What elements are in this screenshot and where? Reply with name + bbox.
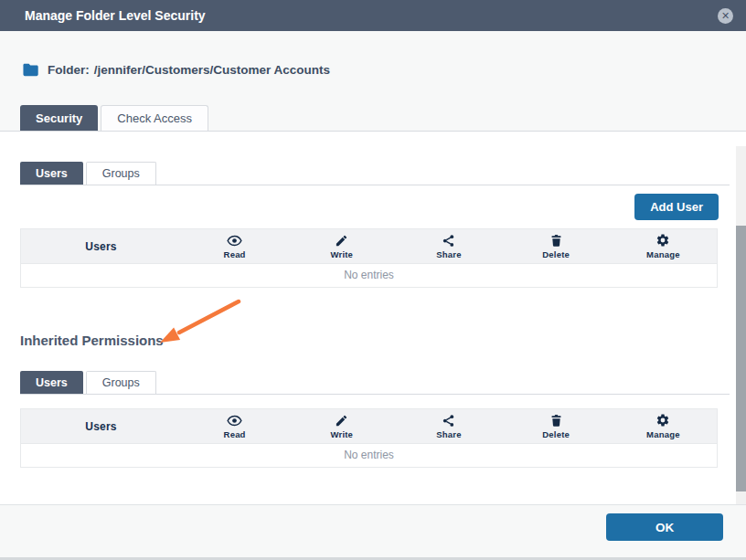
manage-folder-security-dialog: Manage Folder Level Security ✕ Folder: /… <box>0 0 746 560</box>
inherited-table-header: Users Read Write <box>20 408 718 444</box>
column-write: Write <box>288 229 395 263</box>
folder-path-row: Folder: /jennifer/Customers/Customer Acc… <box>22 62 330 78</box>
folder-path: /jennifer/Customers/Customer Accounts <box>94 63 330 77</box>
column-write: Write <box>288 409 395 443</box>
ok-button[interactable]: OK <box>606 513 723 541</box>
inherited-subtab-bar: Users Groups <box>20 371 730 395</box>
trash-icon <box>549 234 563 248</box>
dialog-title: Manage Folder Level Security <box>25 8 206 23</box>
gear-icon <box>655 233 670 248</box>
inherited-permissions-heading: Inherited Permissions <box>20 333 746 348</box>
main-tab-bar: Security Check Access <box>20 105 208 131</box>
folder-label: Folder: <box>48 63 90 77</box>
column-delete: Delete <box>503 409 610 443</box>
column-manage: Manage <box>610 409 717 443</box>
inherited-tab-users[interactable]: Users <box>20 371 83 394</box>
permissions-table: Users Read Write <box>20 228 718 288</box>
column-delete: Delete <box>503 229 610 263</box>
dialog-upper-section: Folder: /jennifer/Customers/Customer Acc… <box>0 31 746 132</box>
permissions-table-header: Users Read Write <box>20 228 718 264</box>
pencil-icon <box>335 414 348 428</box>
gear-icon <box>655 413 670 428</box>
add-user-row: Add User <box>0 194 719 219</box>
column-read: Read <box>181 229 288 263</box>
scrollbar-thumb[interactable] <box>736 226 746 491</box>
dialog-body: Users Groups Add User Users Read <box>0 132 746 504</box>
column-share: Share <box>395 229 502 263</box>
dialog-footer: OK <box>0 504 746 557</box>
folder-icon <box>22 62 39 78</box>
column-users: Users <box>21 229 181 263</box>
inherited-tab-groups[interactable]: Groups <box>86 371 156 394</box>
permissions-tab-groups[interactable]: Groups <box>86 162 156 185</box>
inherited-table: Users Read Write <box>20 408 718 468</box>
dialog-header: Manage Folder Level Security ✕ <box>0 0 746 31</box>
column-read: Read <box>181 409 288 443</box>
empty-row: No entries <box>20 444 718 468</box>
eye-icon <box>227 234 242 248</box>
column-share: Share <box>395 409 502 443</box>
tab-check-access[interactable]: Check Access <box>101 105 208 131</box>
pencil-icon <box>335 234 348 248</box>
permissions-tab-users[interactable]: Users <box>20 162 83 185</box>
share-icon <box>442 234 455 248</box>
tab-security[interactable]: Security <box>20 105 98 131</box>
trash-icon <box>549 414 563 428</box>
share-icon <box>442 414 455 428</box>
eye-icon <box>227 414 242 428</box>
empty-row: No entries <box>20 264 718 288</box>
close-icon[interactable]: ✕ <box>718 8 733 24</box>
add-user-button[interactable]: Add User <box>634 194 719 220</box>
permissions-subtab-bar: Users Groups <box>20 162 730 185</box>
column-manage: Manage <box>610 229 717 263</box>
column-users: Users <box>21 409 181 443</box>
